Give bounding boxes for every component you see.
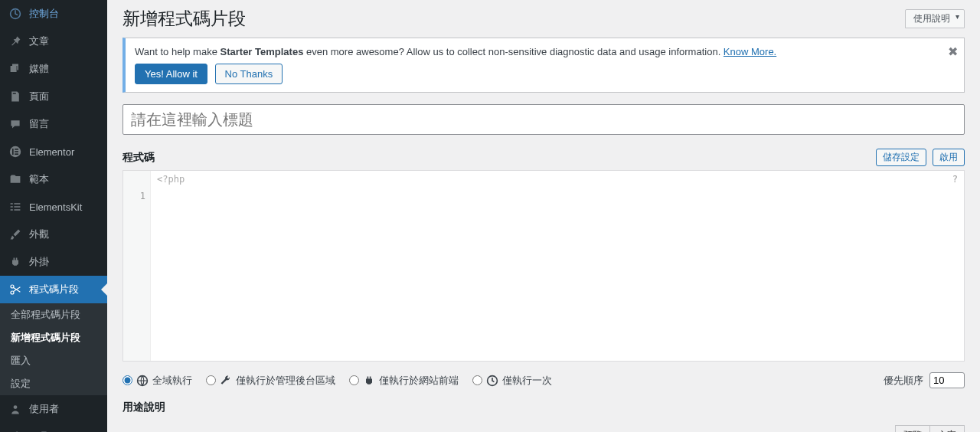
page-icon [8, 89, 23, 104]
sidebar-item-label: 文章 [29, 34, 49, 48]
sidebar-submenu: 全部程式碼片段 新增程式碼片段 匯入 設定 [0, 303, 107, 395]
priority-input[interactable] [929, 372, 965, 388]
brush-icon [8, 227, 23, 242]
comment-icon [8, 116, 23, 132]
scope-label: 全域執行 [152, 374, 192, 388]
svg-rect-4 [15, 151, 18, 152]
plugin-icon [8, 254, 23, 270]
svg-rect-3 [15, 149, 18, 150]
sidebar-item-label: 留言 [29, 117, 49, 131]
tab-visual[interactable]: 預覽 [895, 425, 930, 432]
folder-icon [8, 172, 23, 187]
globe-icon [136, 375, 149, 387]
svg-point-8 [14, 405, 18, 409]
code-editor[interactable]: 1 <?php ? [122, 170, 965, 362]
scope-admin-radio[interactable] [206, 375, 216, 385]
code-gutter: 1 [123, 171, 151, 361]
sidebar-item-label: 媒體 [29, 62, 49, 76]
scope-global[interactable]: 全域執行 [122, 374, 192, 388]
scope-label: 僅執行於管理後台區域 [236, 374, 335, 388]
sidebar-item-elementor[interactable]: Elementor [0, 138, 107, 165]
sidebar-item-label: Elementor [29, 146, 74, 158]
scope-global-radio[interactable] [122, 375, 132, 385]
scope-label: 僅執行一次 [502, 374, 552, 388]
sidebar-item-dashboard[interactable]: 控制台 [0, 0, 107, 28]
user-icon [8, 401, 23, 417]
no-thanks-button[interactable]: No Thanks [215, 64, 283, 84]
sidebar-item-label: 使用者 [29, 402, 59, 416]
editor-tabs: 預覽 文字 [122, 425, 965, 432]
scope-admin[interactable]: 僅執行於管理後台區域 [206, 374, 335, 388]
elementskit-icon [8, 199, 23, 214]
elementor-icon [8, 144, 23, 159]
close-icon: ✖ [948, 45, 958, 58]
sidebar-item-label: 外掛 [29, 255, 49, 269]
sidebar-item-label: 範本 [29, 172, 49, 186]
starter-templates-notice: Want to help make Starter Templates even… [122, 38, 965, 93]
wrench-icon [220, 375, 232, 387]
sidebar-item-templates[interactable]: 範本 [0, 165, 107, 193]
dashboard-icon [8, 6, 23, 21]
submenu-item-all[interactable]: 全部程式碼片段 [0, 303, 107, 326]
sidebar-item-label: 控制台 [29, 7, 59, 21]
sidebar-item-label: ElementsKit [29, 201, 82, 213]
allow-button[interactable]: Yes! Allow it [135, 64, 207, 84]
sidebar-item-tools[interactable]: 工具 [0, 423, 107, 432]
scope-row: 全域執行 僅執行於管理後台區域 僅執行於網站前端 僅執行一次 優先順序 [122, 362, 965, 393]
sidebar-item-media[interactable]: 媒體 [0, 55, 107, 83]
submenu-item-add-new[interactable]: 新增程式碼片段 [0, 326, 107, 349]
activate-button[interactable]: 啟用 [933, 149, 965, 166]
submenu-item-settings[interactable]: 設定 [0, 372, 107, 395]
sidebar-item-appearance[interactable]: 外觀 [0, 221, 107, 248]
plug-icon [363, 375, 375, 387]
svg-point-6 [11, 285, 14, 288]
clock-icon [486, 375, 498, 387]
submenu-item-import[interactable]: 匯入 [0, 349, 107, 372]
dismiss-notice-button[interactable]: ✖ [948, 44, 958, 59]
sidebar-item-plugins[interactable]: 外掛 [0, 248, 107, 276]
scope-once-radio[interactable] [472, 375, 482, 385]
tab-text[interactable]: 文字 [929, 425, 965, 432]
sidebar-item-posts[interactable]: 文章 [0, 28, 107, 55]
code-section-label: 程式碼 [122, 151, 155, 165]
code-textarea[interactable]: <?php ? [151, 171, 964, 361]
sidebar-item-label: 程式碼片段 [29, 283, 79, 296]
description-label: 用途說明 [122, 401, 165, 414]
pin-icon [8, 34, 23, 49]
scope-once[interactable]: 僅執行一次 [472, 374, 552, 388]
priority-label: 優先順序 [884, 374, 923, 388]
scope-frontend-radio[interactable] [349, 375, 359, 385]
main-content: 新增程式碼片段 使用說明 Want to help make Starter T… [107, 0, 980, 432]
screen-help-button[interactable]: 使用說明 [905, 9, 965, 28]
wrench-icon [8, 429, 23, 432]
save-settings-button[interactable]: 儲存設定 [876, 149, 926, 166]
media-icon [8, 61, 23, 77]
sidebar-item-code-snippets[interactable]: 程式碼片段 [0, 276, 107, 303]
know-more-link[interactable]: Know More. [724, 46, 776, 57]
sidebar-item-comments[interactable]: 留言 [0, 110, 107, 138]
admin-sidebar: 控制台 文章 媒體 頁面 留言 Elementor 範本 ElementsKi [0, 0, 107, 432]
sidebar-item-label: 頁面 [29, 90, 49, 103]
sidebar-item-pages[interactable]: 頁面 [0, 83, 107, 110]
code-help-icon[interactable]: ? [952, 174, 958, 185]
svg-rect-5 [15, 153, 18, 155]
scope-label: 僅執行於網站前端 [379, 374, 459, 388]
line-number: 1 [123, 191, 145, 201]
svg-rect-2 [12, 149, 14, 155]
php-open-tag: <?php [157, 174, 185, 185]
scope-frontend[interactable]: 僅執行於網站前端 [349, 374, 459, 388]
svg-point-7 [11, 291, 14, 294]
page-title: 新增程式碼片段 [122, 7, 246, 31]
sidebar-item-elementskit[interactable]: ElementsKit [0, 193, 107, 221]
sidebar-item-users[interactable]: 使用者 [0, 395, 107, 423]
snippet-title-input[interactable] [122, 104, 965, 135]
notice-text: Want to help make Starter Templates even… [135, 46, 955, 57]
scissors-icon [8, 282, 23, 297]
sidebar-item-label: 外觀 [29, 227, 49, 241]
